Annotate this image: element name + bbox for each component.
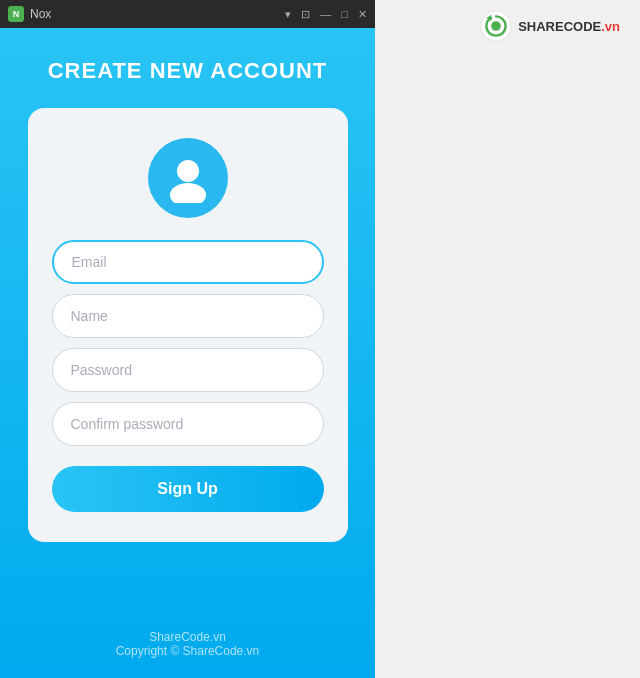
sharecode-icon (480, 10, 512, 42)
svg-point-0 (177, 160, 199, 182)
maximize-btn[interactable]: □ (341, 8, 348, 20)
email-input[interactable] (52, 240, 324, 284)
sharecode-brand: SHARECODE.vn (518, 17, 620, 35)
pin-btn[interactable]: ⊡ (301, 8, 310, 21)
avatar (148, 138, 228, 218)
app-content: CREATE NEW ACCOUNT Sign Up ShareCo (0, 28, 375, 678)
password-input[interactable] (52, 348, 324, 392)
confirm-password-input[interactable] (52, 402, 324, 446)
svg-point-4 (491, 21, 501, 31)
user-icon (163, 153, 213, 203)
sharecode-logo: SHARECODE.vn (480, 10, 620, 42)
svg-point-1 (170, 183, 206, 203)
watermark-line1: ShareCode.vn (0, 630, 375, 644)
watermark-line2: Copyright © ShareCode.vn (0, 644, 375, 658)
form-section (52, 240, 324, 446)
settings-btn[interactable]: ▾ (285, 8, 291, 21)
window-controls: ▾ ⊡ — □ ✕ (285, 8, 367, 21)
signup-button[interactable]: Sign Up (52, 466, 324, 512)
close-btn[interactable]: ✕ (358, 8, 367, 21)
name-input[interactable] (52, 294, 324, 338)
footer: ShareCode.vn Copyright © ShareCode.vn (0, 630, 375, 658)
title-bar: N Nox ▾ ⊡ — □ ✕ (0, 0, 375, 28)
page-title: CREATE NEW ACCOUNT (48, 58, 328, 84)
minimize-btn[interactable]: — (320, 8, 331, 20)
signup-card: Sign Up (28, 108, 348, 542)
app-title: Nox (30, 7, 285, 21)
app-window: N Nox ▾ ⊡ — □ ✕ CREATE NEW ACCOUNT (0, 0, 375, 678)
app-logo: N (8, 6, 24, 22)
